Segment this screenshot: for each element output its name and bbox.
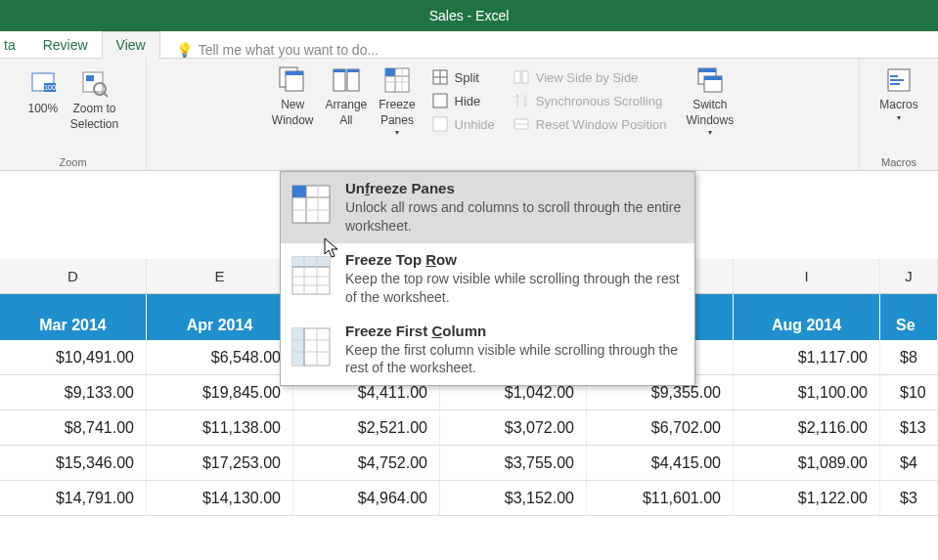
menu-item-unfreeze-panes[interactable]: Unfreeze Panes Unlock all rows and colum… xyxy=(281,172,694,243)
reset-window-position-button: Reset Window Position xyxy=(509,115,671,133)
svg-rect-25 xyxy=(514,71,520,83)
data-cell[interactable]: $8,741.00 xyxy=(0,410,147,445)
month-header-cell[interactable]: Se xyxy=(880,311,938,340)
header-strip-cell xyxy=(880,294,938,311)
tab-view[interactable]: View xyxy=(102,31,160,59)
data-cell[interactable]: $4,964.00 xyxy=(293,481,440,515)
ribbon-tabs: ta Review View 💡 Tell me what you want t… xyxy=(0,31,938,59)
column-header[interactable]: I xyxy=(734,259,880,293)
svg-rect-38 xyxy=(292,186,306,197)
freeze-first-column-icon xyxy=(290,326,332,367)
data-cell[interactable]: $10 xyxy=(880,375,938,409)
svg-text:100: 100 xyxy=(44,84,56,91)
svg-rect-13 xyxy=(347,69,359,72)
dropdown-caret-icon: ▾ xyxy=(897,113,901,123)
ribbon: 100 100% Zoom to Selection Zoom New Wind… xyxy=(0,59,938,171)
table-row: $8,741.00$11,138.00$2,521.00$3,072.00$6,… xyxy=(0,410,938,446)
data-cell[interactable]: $17,253.00 xyxy=(147,446,293,480)
data-cell[interactable]: $11,138.00 xyxy=(147,410,293,445)
freeze-panes-icon xyxy=(381,65,413,96)
titlebar: Sales - Excel xyxy=(0,0,938,31)
table-row: $14,791.00$14,130.00$4,964.00$3,152.00$1… xyxy=(0,481,938,516)
table-row: $15,346.00$17,253.00$4,752.00$3,755.00$4… xyxy=(0,446,938,481)
column-header[interactable]: D xyxy=(0,259,147,293)
data-cell[interactable]: $4,415.00 xyxy=(587,446,734,480)
freeze-panes-dropdown: Unfreeze Panes Unlock all rows and colum… xyxy=(280,171,695,386)
split-button[interactable]: Split xyxy=(427,68,499,86)
unhide-button: Unhide xyxy=(427,115,499,133)
svg-rect-4 xyxy=(86,75,94,81)
data-cell[interactable]: $3,755.00 xyxy=(440,446,587,480)
data-cell[interactable]: $10,491.00 xyxy=(0,340,147,374)
tell-me-box[interactable]: 💡 Tell me what you want to do... xyxy=(160,42,379,58)
macros-button[interactable]: Macros ▾ xyxy=(875,63,921,125)
svg-rect-36 xyxy=(890,83,900,85)
menu-item-freeze-first-column[interactable]: Freeze First Column Keep the first colum… xyxy=(281,315,694,386)
unhide-icon xyxy=(431,115,449,133)
arrange-all-button[interactable]: Arrange All xyxy=(322,63,372,141)
macros-icon xyxy=(883,65,915,96)
freeze-top-row-icon xyxy=(290,255,332,296)
hide-button[interactable]: Hide xyxy=(427,92,499,109)
macros-group-label: Macros xyxy=(860,156,938,168)
svg-rect-34 xyxy=(890,75,898,77)
month-header-cell[interactable]: Apr 2014 xyxy=(147,311,293,340)
split-icon xyxy=(431,68,449,86)
svg-rect-24 xyxy=(433,117,447,131)
sync-scroll-icon xyxy=(513,92,530,109)
data-cell[interactable]: $2,521.00 xyxy=(293,410,440,445)
tab-data-partial[interactable]: ta xyxy=(0,32,29,58)
synchronous-scrolling-button: Synchronous Scrolling xyxy=(509,92,671,109)
data-cell[interactable]: $15,346.00 xyxy=(0,446,147,480)
menu-title: Freeze Top Row xyxy=(345,251,685,268)
data-cell[interactable]: $9,133.00 xyxy=(0,375,147,409)
data-cell[interactable]: $1,117.00 xyxy=(734,340,880,374)
month-header-cell[interactable]: Mar 2014 xyxy=(0,311,147,340)
new-window-button[interactable]: New Window xyxy=(268,63,318,141)
data-cell[interactable]: $14,130.00 xyxy=(147,481,293,515)
menu-description: Keep the first column visible while scro… xyxy=(345,341,685,378)
svg-rect-10 xyxy=(334,69,345,91)
zoom-100-icon: 100 xyxy=(27,68,59,100)
data-cell[interactable]: $6,702.00 xyxy=(587,410,734,445)
svg-rect-23 xyxy=(433,94,447,108)
tab-review[interactable]: Review xyxy=(29,32,102,58)
lightbulb-icon: 💡 xyxy=(176,42,193,58)
data-cell[interactable]: $4,752.00 xyxy=(293,446,440,480)
data-cell[interactable]: $1,089.00 xyxy=(734,446,880,480)
data-cell[interactable]: $3 xyxy=(880,481,938,515)
data-cell[interactable]: $2,116.00 xyxy=(734,410,880,445)
header-strip-cell xyxy=(0,294,147,311)
svg-rect-51 xyxy=(292,328,304,366)
switch-windows-button[interactable]: Switch Windows ▾ xyxy=(682,63,737,141)
data-cell[interactable]: $8 xyxy=(880,340,938,374)
column-header[interactable]: J xyxy=(880,259,938,293)
zoom-selection-icon xyxy=(79,68,111,100)
window-title: Sales - Excel xyxy=(429,8,510,23)
dropdown-caret-icon: ▾ xyxy=(395,128,399,138)
dropdown-caret-icon: ▾ xyxy=(708,128,712,138)
data-cell[interactable]: $3,152.00 xyxy=(440,481,587,515)
reset-window-icon xyxy=(513,115,530,133)
data-cell[interactable]: $4 xyxy=(880,446,938,480)
column-header[interactable]: E xyxy=(147,259,293,293)
svg-rect-15 xyxy=(385,68,395,76)
data-cell[interactable]: $13 xyxy=(880,410,938,445)
freeze-panes-button[interactable]: Freeze Panes ▾ xyxy=(375,63,419,141)
header-strip-cell xyxy=(734,294,880,311)
data-cell[interactable]: $14,791.00 xyxy=(0,481,147,515)
data-cell[interactable]: $1,122.00 xyxy=(734,481,880,515)
data-cell[interactable]: $11,601.00 xyxy=(587,481,734,515)
data-cell[interactable]: $19,845.00 xyxy=(147,375,293,409)
month-header-cell[interactable]: Aug 2014 xyxy=(734,311,880,340)
data-cell[interactable]: $6,548.00 xyxy=(147,340,293,374)
tell-me-placeholder: Tell me what you want to do... xyxy=(199,42,379,58)
zoom-to-selection-button[interactable]: Zoom to Selection xyxy=(67,63,122,134)
zoom-100-button[interactable]: 100 100% xyxy=(23,63,63,134)
menu-item-freeze-top-row[interactable]: Freeze Top Row Keep the top row visible … xyxy=(281,243,694,315)
data-cell[interactable]: $3,072.00 xyxy=(440,410,587,445)
svg-rect-12 xyxy=(347,69,359,91)
svg-rect-26 xyxy=(522,71,528,83)
data-cell[interactable]: $1,100.00 xyxy=(734,375,880,409)
menu-description: Keep the top row visible while scrolling… xyxy=(345,270,685,307)
